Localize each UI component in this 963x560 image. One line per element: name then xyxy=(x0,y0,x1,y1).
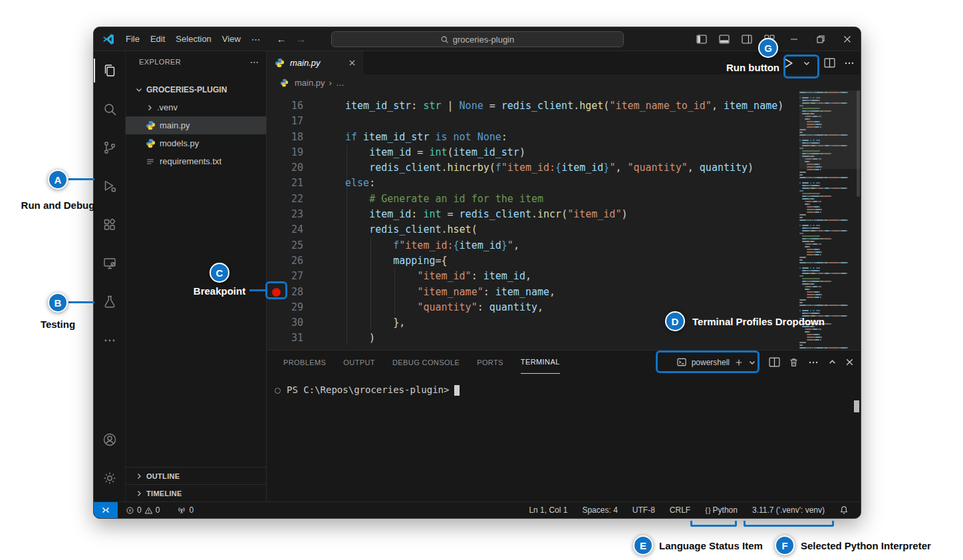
accounts-button[interactable] xyxy=(94,420,126,459)
panel-tab-output[interactable]: OUTPUT xyxy=(343,350,375,374)
file-name: requirements.txt xyxy=(160,156,221,166)
code-line-28[interactable]: 28 "item_name": item_name, xyxy=(267,285,861,300)
activity-search[interactable] xyxy=(94,90,126,128)
search-box[interactable]: groceries-plugin xyxy=(331,31,624,47)
menu-file[interactable]: File xyxy=(120,32,145,46)
panel-tab-terminal[interactable]: TERMINAL xyxy=(521,350,560,374)
more-actions-icon[interactable] xyxy=(843,57,855,69)
line-number[interactable]: 23 xyxy=(267,207,303,222)
line-number[interactable]: 18 xyxy=(267,130,303,145)
restore-button[interactable] xyxy=(807,27,834,51)
minimap-slider[interactable] xyxy=(799,90,861,169)
code-line-21[interactable]: 21else: xyxy=(267,176,861,191)
terminal[interactable]: PS C:\Repos\groceries-plugin> xyxy=(267,374,861,501)
line-number[interactable]: 21 xyxy=(267,176,303,191)
forwarded-ports-status[interactable]: 0 xyxy=(174,502,196,518)
activity-explorer[interactable] xyxy=(94,51,126,90)
menu-selection[interactable]: Selection xyxy=(170,32,216,46)
minimize-button[interactable] xyxy=(781,27,807,51)
breadcrumb-symbol[interactable]: … xyxy=(336,78,344,88)
code-line-31[interactable]: 31 ) xyxy=(267,331,861,346)
line-number[interactable]: 22 xyxy=(267,192,303,207)
code-line-16[interactable]: 16item_id_str: str | None = redis_client… xyxy=(267,98,861,114)
maximize-panel-chevron-up-icon[interactable] xyxy=(828,358,837,366)
split-terminal-icon[interactable] xyxy=(769,357,780,367)
toggle-primary-sidebar-icon[interactable] xyxy=(690,27,713,51)
toggle-panel-icon[interactable] xyxy=(713,27,736,51)
python-file-icon xyxy=(146,120,156,130)
menu-edit[interactable]: Edit xyxy=(145,32,170,46)
code-line-22[interactable]: 22 # Generate an id for the item xyxy=(267,192,861,207)
code-lines[interactable]: 16item_id_str: str | None = redis_client… xyxy=(267,98,861,347)
activity-source-control[interactable] xyxy=(94,128,126,167)
code-line-17[interactable]: 17 xyxy=(267,114,861,129)
titlebar: File Edit Selection View ⋯ ← → groceries… xyxy=(94,27,861,51)
code-line-23[interactable]: 23 item_id: int = redis_client.incr("ite… xyxy=(267,207,861,222)
toggle-secondary-sidebar-icon[interactable] xyxy=(736,27,758,51)
panel-more-actions-icon[interactable] xyxy=(807,356,819,368)
breadcrumb-file[interactable]: main.py xyxy=(295,78,325,88)
line-number[interactable]: 20 xyxy=(267,160,303,176)
tree-item-models-py[interactable]: models.py xyxy=(126,134,266,152)
code-line-29[interactable]: 29 "quantity": quantity, xyxy=(267,300,861,315)
command-decoration-icon[interactable] xyxy=(275,388,281,394)
tree-item-requirements-txt[interactable]: requirements.txt xyxy=(126,152,266,170)
language-mode: Python xyxy=(713,505,738,515)
panel-tab-debug-console[interactable]: DEBUG CONSOLE xyxy=(392,350,460,374)
code-line-20[interactable]: 20 redis_client.hincrby(f"item_id:{item_… xyxy=(267,160,861,176)
python-interpreter-status[interactable]: 3.11.7 ('.venv': venv) xyxy=(750,505,827,515)
close-panel-icon[interactable] xyxy=(845,358,854,366)
split-editor-icon[interactable] xyxy=(824,58,835,68)
code-line-18[interactable]: 18if item_id_str is not None: xyxy=(267,130,861,145)
line-number[interactable]: 17 xyxy=(267,114,303,129)
line-number[interactable]: 19 xyxy=(267,145,303,160)
problems-status[interactable]: 0 0 xyxy=(123,505,162,515)
code-line-25[interactable]: 25 f"item_id:{item_id}", xyxy=(267,238,861,253)
activity-remote-explorer[interactable] xyxy=(94,244,126,283)
notifications-bell[interactable] xyxy=(837,505,851,515)
activity-testing[interactable] xyxy=(94,283,126,321)
close-window-button[interactable] xyxy=(834,27,861,51)
cursor-position-status[interactable]: Ln 1, Col 1 xyxy=(526,505,570,515)
menu-more-button[interactable]: ⋯ xyxy=(246,32,266,47)
forward-button[interactable]: → xyxy=(296,33,306,45)
encoding-status[interactable]: UTF-8 xyxy=(630,505,658,515)
indentation-status[interactable]: Spaces: 4 xyxy=(579,505,620,515)
line-number[interactable]: 26 xyxy=(267,253,303,269)
python-file-icon xyxy=(146,138,156,148)
manage-button[interactable] xyxy=(94,459,126,497)
remote-indicator[interactable] xyxy=(94,502,118,518)
tab-label: main.py xyxy=(290,58,321,68)
line-number[interactable]: 29 xyxy=(267,300,303,315)
editor-scrollbar[interactable] xyxy=(856,90,861,350)
code-line-24[interactable]: 24 redis_client.hset( xyxy=(267,222,861,237)
tree-root-folder[interactable]: GROCERIES-PLUGIN xyxy=(126,80,266,98)
back-button[interactable]: ← xyxy=(277,33,287,45)
language-status-item[interactable]: { } Python xyxy=(702,505,740,515)
tab-close-icon[interactable] xyxy=(348,59,356,67)
outline-section[interactable]: OUTLINE xyxy=(126,467,266,484)
code-line-26[interactable]: 26 mapping={ xyxy=(267,253,861,269)
explorer-actions-button[interactable]: ⋯ xyxy=(250,57,259,67)
panel-tab-problems[interactable]: PROBLEMS xyxy=(283,350,326,374)
line-number[interactable]: 16 xyxy=(267,98,303,114)
terminal-scrollbar-thumb[interactable] xyxy=(854,400,859,412)
line-number[interactable]: 25 xyxy=(267,238,303,253)
code-editor[interactable]: 16item_id_str: str | None = redis_client… xyxy=(267,90,861,350)
line-number[interactable]: 30 xyxy=(267,315,303,331)
kill-terminal-trash-icon[interactable] xyxy=(789,357,799,367)
activity-extensions[interactable] xyxy=(94,206,126,244)
line-number[interactable]: 24 xyxy=(267,222,303,237)
line-number[interactable]: 31 xyxy=(267,331,303,346)
timeline-section[interactable]: TIMELINE xyxy=(126,484,266,501)
tree-item-main-py[interactable]: main.py xyxy=(126,116,266,134)
menu-view[interactable]: View xyxy=(217,32,246,46)
code-line-27[interactable]: 27 "item_id": item_id, xyxy=(267,269,861,284)
remote-icon xyxy=(101,505,110,515)
tree-item-venv[interactable]: .venv xyxy=(126,98,266,116)
breadcrumb[interactable]: main.py › … xyxy=(267,74,861,90)
code-line-19[interactable]: 19 item_id = int(item_id_str) xyxy=(267,145,861,160)
tab-main-py[interactable]: main.py xyxy=(267,51,363,74)
eol-status[interactable]: CRLF xyxy=(667,505,693,515)
panel-tab-ports[interactable]: PORTS xyxy=(477,350,503,374)
